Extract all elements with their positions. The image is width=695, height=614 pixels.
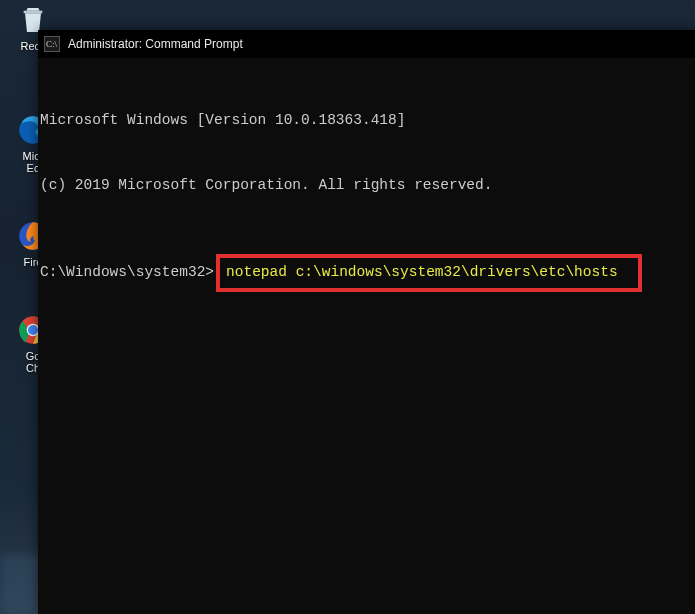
svg-rect-0 — [24, 11, 43, 14]
terminal-area[interactable]: Microsoft Windows [Version 10.0.18363.41… — [38, 58, 695, 614]
terminal-command-highlighted: notepad c:\windows\system32\drivers\etc\… — [216, 254, 642, 292]
desktop: Recy Micr Ec Fire Go Ch C:\ Adminis — [0, 0, 695, 614]
terminal-prompt: C:\Windows\system32> — [40, 262, 214, 284]
svg-text:C:\: C:\ — [46, 39, 58, 49]
titlebar[interactable]: C:\ Administrator: Command Prompt — [38, 30, 695, 58]
terminal-prompt-row: C:\Windows\system32> notepad c:\windows\… — [40, 254, 693, 292]
svg-point-5 — [28, 325, 38, 335]
cmd-icon: C:\ — [44, 36, 60, 52]
terminal-copyright-line: (c) 2019 Microsoft Corporation. All righ… — [40, 175, 693, 197]
window-title: Administrator: Command Prompt — [68, 37, 243, 51]
command-prompt-window[interactable]: C:\ Administrator: Command Prompt Micros… — [38, 30, 695, 614]
terminal-version-line: Microsoft Windows [Version 10.0.18363.41… — [40, 110, 693, 132]
